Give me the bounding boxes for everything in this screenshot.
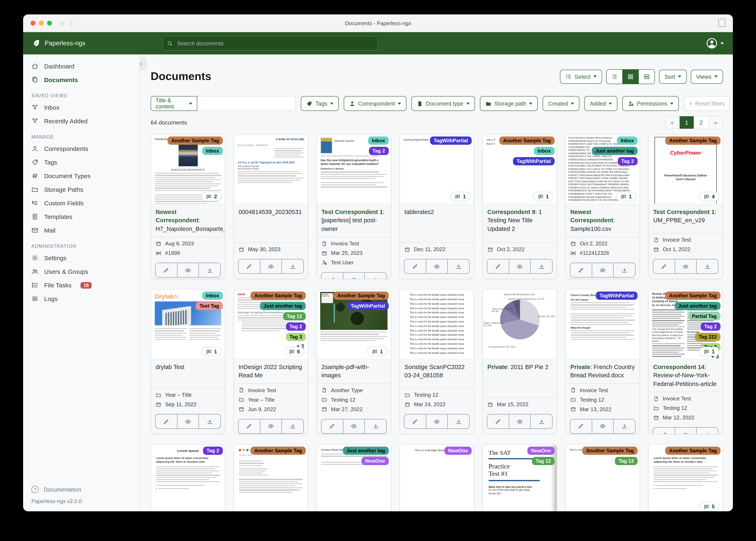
document-preview[interactable]: Lorem ipsum Lorem ipsum dolor sit amet, … — [151, 444, 225, 511]
document-correspondent[interactable]: Correspondent 14 — [653, 364, 704, 370]
search-field-selector[interactable]: Title & content — [151, 96, 197, 111]
tag-pill[interactable]: Inbox — [368, 137, 389, 145]
document-card[interactable]: CyberPower PowerPanel® Business Edition … — [648, 134, 723, 279]
document-preview[interactable]: ✳ BANK OF SCOTLAND Bank of Scotland · 10… — [234, 135, 308, 204]
sidebar-item-storage-paths[interactable]: Storage Paths — [23, 183, 139, 196]
download-button[interactable] — [282, 260, 303, 273]
document-preview[interactable]: Contact Sheet Demo Just another tagNewOn… — [317, 444, 391, 511]
sidebar-item-templates[interactable]: Templates — [23, 210, 139, 224]
pagination-page-1[interactable]: 1 — [679, 116, 694, 129]
view-button[interactable] — [343, 272, 364, 279]
document-correspondent[interactable]: Test Correspondent 1 — [653, 209, 715, 215]
tag-pill[interactable]: Tag 2 — [700, 322, 721, 331]
view-button[interactable] — [177, 263, 198, 277]
tag-pill[interactable]: Just another tag — [592, 147, 638, 155]
filter-correspondent-button[interactable]: Correspondent — [344, 96, 407, 111]
download-button[interactable] — [696, 428, 718, 434]
sidebar-item-settings[interactable]: Settings — [23, 251, 139, 265]
tag-pill[interactable]: Tag 3 — [286, 333, 306, 341]
document-correspondent[interactable]: Private — [570, 364, 590, 370]
document-preview[interactable]: DrylabN InboxTest Tag 1 — [151, 289, 225, 359]
sidebar-item-users-groups[interactable]: Users & Groups — [23, 265, 139, 278]
document-preview[interactable]: Test Name 13-456-7890 Another Sample Tag — [234, 444, 308, 511]
document-correspondent[interactable]: Test Correspondent 1 — [321, 209, 383, 215]
tag-pill[interactable]: TagWithPartial — [430, 137, 472, 145]
document-correspondent[interactable]: Newest Correspondent — [570, 209, 613, 224]
filter-tags-button[interactable]: Tags — [301, 96, 339, 111]
edit-button[interactable] — [404, 260, 426, 273]
document-correspondent[interactable]: Correspondent 9 — [487, 209, 535, 215]
share-icon[interactable] — [718, 19, 725, 27]
filter-document-type-button[interactable]: Document type — [411, 96, 475, 111]
document-card[interactable]: This is a test Another Sample TagTag 12 — [565, 444, 640, 511]
tag-pill[interactable]: NewOne — [361, 457, 389, 465]
document-preview[interactable]: This is a test Another Sample TagTag 12 — [566, 444, 640, 511]
tag-pill[interactable]: Tag 12 — [283, 312, 306, 320]
download-button[interactable] — [613, 419, 635, 433]
tag-pill[interactable]: Inbox — [202, 291, 223, 300]
edit-button[interactable] — [156, 414, 177, 428]
tag-pill[interactable]: Another Sample Tag — [665, 291, 721, 300]
tag-pill[interactable]: Just another tag — [343, 447, 389, 455]
document-card[interactable]: Serial Number,Company Name,Employe978818… — [565, 134, 640, 279]
tag-pill[interactable]: Test Tag — [196, 302, 223, 310]
sidebar-item-documentation[interactable]: ? Documentation — [23, 482, 139, 496]
document-card[interactable]: French Country Bread For the Leaven Make… — [565, 289, 640, 434]
pagination-next[interactable]: » — [708, 116, 723, 129]
global-search[interactable] — [163, 36, 378, 50]
filter-storage-path-button[interactable]: Storage path — [480, 96, 538, 111]
download-button[interactable] — [448, 414, 469, 428]
tag-pill[interactable]: Inbox — [617, 137, 638, 145]
brand[interactable]: Paperless-ngx — [23, 39, 144, 48]
download-button[interactable] — [696, 260, 718, 273]
edit-button[interactable] — [404, 414, 426, 428]
document-preview[interactable]: Review ofof Arbitral Awards shows swift … — [649, 289, 723, 359]
tag-pill[interactable]: Another Sample Tag — [665, 137, 721, 145]
edit-button[interactable] — [570, 419, 592, 433]
download-button[interactable] — [365, 419, 386, 433]
notes-badge[interactable]: 1 — [450, 192, 470, 201]
notes-badge[interactable]: 1 — [201, 347, 222, 356]
edit-button[interactable] — [239, 260, 260, 273]
edit-button[interactable] — [570, 263, 592, 277]
document-preview[interactable]: Serial Number,Company Name,Employe978818… — [566, 135, 640, 204]
document-preview[interactable]: Boundary Waters Trip Another Sample TagT… — [317, 289, 391, 359]
tag-pill[interactable]: Another Sample Tag — [665, 447, 721, 455]
pagination-prev[interactable]: « — [665, 116, 679, 129]
select-button[interactable]: Select — [560, 70, 602, 84]
tag-pill[interactable]: TagWithPartial — [513, 157, 555, 165]
view-button[interactable] — [426, 260, 447, 273]
edit-button[interactable] — [487, 414, 509, 428]
edit-button[interactable] — [321, 419, 343, 433]
sidebar-item-inbox[interactable]: Inbox — [23, 101, 139, 114]
edit-button[interactable] — [653, 260, 674, 273]
view-button[interactable] — [426, 414, 447, 428]
detail-view-button[interactable] — [638, 70, 654, 84]
tag-pill[interactable]: Partial Tag — [688, 312, 721, 320]
document-preview[interactable]: This is a test for the double space char… — [400, 289, 474, 359]
view-button[interactable] — [343, 419, 364, 433]
filter-created-button[interactable]: Created — [543, 96, 579, 111]
view-button[interactable] — [177, 414, 198, 428]
document-card[interactable]: Lorem ipsum Lorem ipsum dolor sit amet, … — [648, 444, 723, 511]
tag-pill[interactable]: Tag 12 — [532, 457, 555, 465]
tag-pill[interactable]: TagWithPartial — [347, 302, 389, 310]
download-button[interactable] — [199, 263, 220, 277]
sidebar-item-logs[interactable]: Logs — [23, 292, 139, 305]
tag-pill[interactable]: Another Sample Tag — [250, 291, 306, 300]
document-card[interactable]: ✳ BANK OF SCOTLAND Bank of Scotland · 10… — [234, 134, 308, 279]
document-card[interactable]: Country,Region/State," TagWithPartial 1 … — [399, 134, 474, 279]
grid-view-button[interactable] — [622, 70, 638, 84]
tag-pill[interactable]: Tag 2 — [286, 322, 306, 331]
tag-pill[interactable]: Another Sample Tag — [582, 447, 638, 455]
sidebar-collapse-button[interactable]: « — [140, 57, 146, 70]
edit-button[interactable] — [487, 260, 509, 273]
filter-added-button[interactable]: Added — [585, 96, 618, 111]
document-preview[interactable]: Country,Region/State," TagWithPartial 1 — [400, 135, 474, 204]
view-button[interactable] — [674, 260, 696, 273]
document-preview[interactable]: Francja pod r NAPOLEON BONAPARTE Another… — [151, 135, 225, 204]
tag-pill[interactable]: Tag 2 — [203, 447, 223, 455]
tag-pill[interactable]: Tag 2 — [369, 147, 389, 155]
document-card[interactable]: Contact Sheet Demo Just another tagNewOn… — [317, 444, 391, 511]
tag-pill[interactable]: Tag 12 — [615, 457, 638, 465]
